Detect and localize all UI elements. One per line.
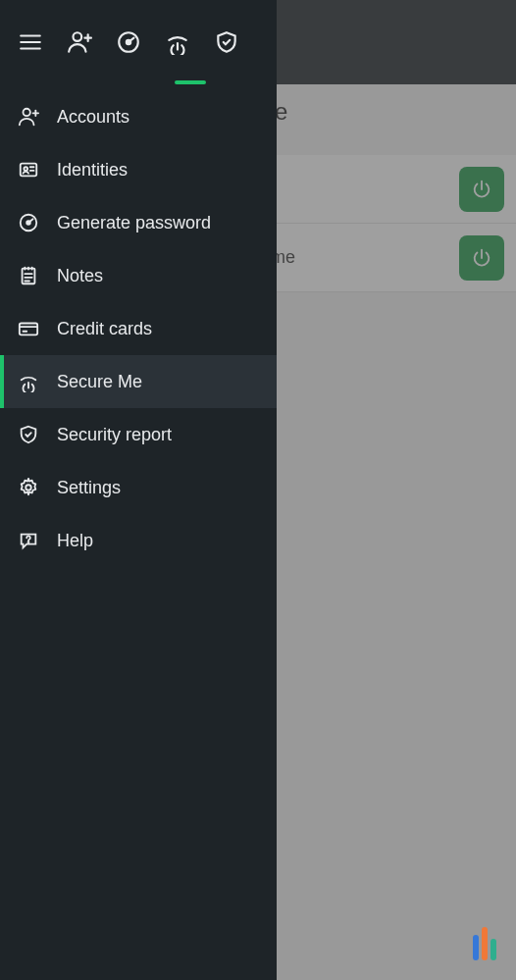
secure-me-tab-icon[interactable] — [165, 29, 190, 55]
help-icon — [18, 530, 39, 551]
menu-item-identities[interactable]: Identities — [0, 143, 277, 196]
shield-check-icon — [18, 424, 39, 445]
menu-item-generate-password[interactable]: Generate password — [0, 196, 277, 249]
menu-item-settings[interactable]: Settings — [0, 461, 277, 514]
hamburger-menu-icon[interactable] — [18, 29, 43, 55]
credit-card-icon — [18, 318, 39, 339]
gear-icon — [18, 477, 39, 498]
menu-item-label: Secure Me — [57, 372, 142, 392]
top-icon-bar — [0, 0, 277, 84]
svg-point-9 — [24, 167, 27, 171]
shield-check-icon[interactable] — [214, 29, 239, 55]
account-icon[interactable] — [67, 29, 92, 55]
menu-item-label: Security report — [57, 425, 172, 445]
menu-item-label: Notes — [57, 266, 103, 286]
menu-item-notes[interactable]: Notes — [0, 249, 277, 302]
menu-item-label: Settings — [57, 478, 121, 498]
menu-list: Accounts Identities Generate password No… — [0, 84, 277, 567]
menu-item-label: Accounts — [57, 107, 129, 128]
svg-rect-19 — [20, 324, 37, 335]
gauge-icon[interactable] — [116, 29, 141, 55]
svg-point-7 — [24, 109, 30, 116]
active-tab-indicator — [175, 80, 206, 84]
menu-item-credit-cards[interactable]: Credit cards — [0, 302, 277, 355]
menu-item-label: Help — [57, 531, 93, 551]
menu-item-help[interactable]: Help — [0, 514, 277, 567]
svg-point-3 — [74, 32, 82, 41]
brand-logo-icon — [473, 927, 496, 960]
menu-item-label: Credit cards — [57, 319, 152, 339]
svg-point-23 — [28, 542, 29, 542]
menu-item-secure-me[interactable]: Secure Me — [0, 355, 277, 408]
account-icon — [18, 106, 39, 128]
menu-item-security-report[interactable]: Security report — [0, 408, 277, 461]
gauge-icon — [18, 212, 39, 233]
svg-point-22 — [26, 485, 31, 490]
notes-icon — [18, 265, 39, 286]
secure-me-icon — [18, 371, 39, 392]
menu-item-label: Generate password — [57, 213, 211, 233]
id-card-icon — [18, 159, 39, 181]
menu-item-label: Identities — [57, 160, 128, 181]
navigation-drawer: Accounts Identities Generate password No… — [0, 0, 277, 980]
menu-item-accounts[interactable]: Accounts — [0, 90, 277, 143]
